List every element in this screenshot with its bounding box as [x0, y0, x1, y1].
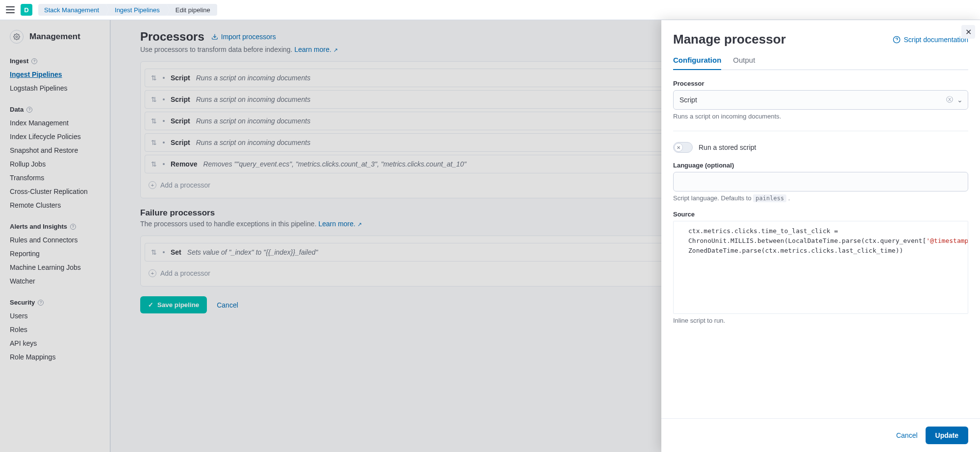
stored-script-toggle-label: Run a stored script [699, 143, 756, 151]
stored-script-toggle[interactable]: ✕ [673, 142, 693, 153]
processor-select-value: Script [679, 96, 697, 104]
processor-help-text: Runs a script on incoming documents. [673, 113, 968, 120]
source-field-label: Source [673, 211, 968, 218]
source-help-text: Inline script to run. [673, 317, 968, 324]
cancel-button[interactable]: Cancel [896, 431, 918, 439]
top-bar: D Stack Management Ingest Pipelines Edit… [0, 0, 980, 20]
language-help-text: Script language. Defaults to painless . [673, 194, 968, 202]
clear-icon[interactable]: ⓧ [946, 95, 953, 104]
tab-output[interactable]: Output [733, 56, 755, 70]
flyout-footer: Cancel Update [661, 418, 980, 452]
breadcrumb-ingest-pipelines[interactable]: Ingest Pipelines [106, 4, 167, 16]
update-button[interactable]: Update [926, 427, 968, 444]
flyout-tabs: Configuration Output [673, 56, 968, 70]
language-input[interactable] [673, 172, 968, 191]
script-documentation-link[interactable]: Script documentation [893, 36, 968, 44]
manage-processor-flyout: ✕ Manage processor Script documentation … [661, 20, 980, 452]
processor-field-label: Processor [673, 80, 968, 87]
menu-icon[interactable] [6, 6, 15, 13]
tab-configuration[interactable]: Configuration [673, 56, 721, 70]
processor-select[interactable]: Script ⓧ ⌄ [673, 90, 968, 110]
breadcrumb: Stack Management Ingest Pipelines Edit p… [38, 4, 217, 16]
help-icon [893, 36, 901, 44]
breadcrumb-edit-pipeline: Edit pipeline [167, 4, 217, 16]
source-code-editor[interactable]: ctx.metrics.clicks.time_to_last_click = … [673, 221, 968, 314]
language-field-label: Language (optional) [673, 162, 968, 169]
avatar[interactable]: D [21, 4, 32, 16]
breadcrumb-stack-management[interactable]: Stack Management [38, 4, 106, 16]
toggle-thumb: ✕ [674, 143, 683, 152]
chevron-down-icon[interactable]: ⌄ [957, 96, 963, 104]
divider [673, 131, 968, 131]
close-icon[interactable]: ✕ [961, 25, 975, 39]
flyout-title: Manage processor [673, 32, 786, 47]
